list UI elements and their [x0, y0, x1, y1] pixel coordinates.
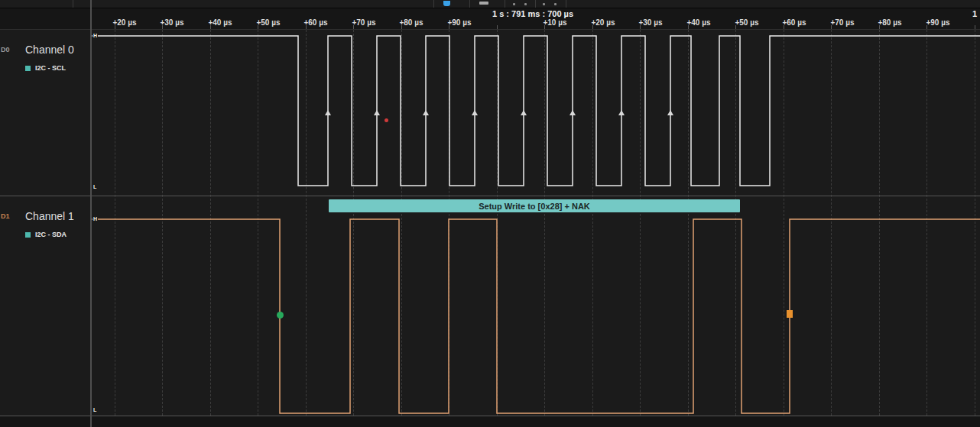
time-tick	[544, 25, 545, 29]
gridline	[926, 30, 927, 416]
gridline	[449, 30, 449, 416]
time-tick	[784, 25, 784, 29]
time-tick-label: +60 µs	[303, 18, 327, 27]
rising-edge-arrow-icon	[423, 110, 429, 115]
time-tick	[975, 25, 975, 29]
gridline	[497, 30, 498, 416]
time-tick-label: +70 µs	[352, 18, 375, 27]
i2c-stop-marker-icon	[787, 310, 793, 318]
channel0-analyzer[interactable]: I2C - SCL	[25, 64, 66, 72]
gridline	[306, 30, 307, 416]
time-tick	[926, 25, 927, 29]
timestamp-next-major-label: 1	[972, 9, 977, 18]
analyzer-label: I2C - SDA	[35, 231, 67, 238]
time-tick-label: +90 µs	[447, 18, 471, 27]
timestamp-major-label: 1 s : 791 ms : 700 µs	[492, 9, 573, 18]
time-ruler[interactable]: 1 s : 791 ms : 700 µs 1 +20 µs+30 µs+40 …	[0, 8, 980, 30]
time-tick-label: +40 µs	[208, 18, 232, 27]
play-icon[interactable]	[443, 1, 450, 6]
time-tick	[162, 25, 163, 29]
toolbar-divider	[433, 0, 434, 8]
toolbar-divider	[535, 0, 536, 8]
waveform-canvas[interactable]	[0, 0, 980, 427]
analyzer-color-swatch-icon	[25, 66, 31, 71]
gridline	[115, 30, 115, 416]
time-tick-label: +40 µs	[686, 18, 710, 27]
toolbar-divider	[505, 0, 505, 8]
channel1-name[interactable]: Channel 1	[25, 210, 74, 222]
analyzer-label: I2C - SCL	[35, 64, 66, 72]
rising-edge-arrow-icon	[521, 110, 527, 115]
gridline	[640, 30, 641, 416]
dots-icon[interactable]	[554, 3, 557, 5]
gridline	[975, 30, 975, 416]
channel-separator[interactable]	[0, 196, 980, 196]
time-tick-label: +50 µs	[256, 18, 280, 27]
gridline	[210, 30, 211, 416]
time-tick-label: +50 µs	[735, 18, 758, 27]
gridline	[688, 30, 689, 416]
channel1-low-marker: L	[92, 407, 97, 413]
i2c-start-marker-icon	[277, 312, 284, 319]
logic-analyzer-window: 1 s : 791 ms : 700 µs 1 +20 µs+30 µs+40 …	[0, 0, 980, 427]
time-tick-label: +20 µs	[112, 18, 136, 27]
toolbar-divider	[566, 0, 566, 8]
time-tick	[879, 25, 880, 29]
rising-edge-arrow-icon	[325, 110, 331, 115]
gridline	[784, 30, 784, 416]
channel0-id: D0	[1, 46, 10, 53]
rising-edge-arrow-icon	[570, 110, 576, 115]
gridline	[162, 30, 163, 416]
time-tick-label: +70 µs	[830, 18, 854, 27]
time-tick	[831, 25, 832, 29]
camera-icon[interactable]	[479, 2, 488, 5]
panel-divider[interactable]	[90, 0, 92, 427]
time-tick	[306, 25, 307, 29]
time-tick	[735, 25, 736, 29]
channel1-analyzer[interactable]: I2C - SDA	[25, 231, 67, 238]
gridline	[831, 30, 832, 416]
channel1-high-marker: H	[92, 216, 98, 222]
channel0-name[interactable]: Channel 0	[25, 44, 74, 56]
annotation-label: Setup Write to [0x28] + NAK	[479, 202, 590, 211]
time-tick	[592, 25, 593, 29]
time-tick-label: +20 µs	[591, 18, 615, 27]
channel1-id: D1	[1, 212, 10, 220]
time-tick-label: +30 µs	[160, 18, 183, 27]
time-tick	[449, 25, 449, 29]
time-tick-label: +80 µs	[878, 18, 901, 27]
time-tick	[401, 25, 402, 29]
time-tick-label: +60 µs	[782, 18, 806, 27]
channel0-high-marker: H	[92, 33, 98, 39]
time-tick	[688, 25, 689, 29]
error-dot-icon	[385, 118, 388, 122]
time-tick-label: +80 µs	[399, 18, 423, 27]
time-tick-label: +30 µs	[638, 18, 662, 27]
rising-edge-arrow-icon	[618, 110, 625, 115]
dots-icon[interactable]	[524, 3, 527, 5]
bottom-strip	[0, 416, 980, 427]
i2c-decode-annotation[interactable]: Setup Write to [0x28] + NAK	[329, 199, 740, 212]
rising-edge-arrow-icon	[667, 110, 673, 115]
dots-icon[interactable]	[513, 3, 515, 5]
sda-waveform	[92, 219, 980, 413]
gridline	[592, 30, 593, 416]
gridline	[258, 30, 258, 416]
toolbar-divider	[469, 0, 470, 8]
time-tick	[258, 25, 258, 29]
scl-waveform	[92, 36, 980, 186]
time-tick-label: +10 µs	[543, 18, 566, 27]
gridline	[879, 30, 880, 416]
rising-edge-arrow-icon	[374, 110, 380, 115]
time-tick	[497, 25, 498, 29]
gridline	[544, 30, 545, 416]
toolbar-divider	[73, 0, 73, 8]
time-tick-label: +90 µs	[926, 18, 949, 27]
gridline	[353, 30, 354, 416]
gridline	[401, 30, 402, 416]
channel0-low-marker: L	[92, 184, 97, 190]
dots-icon[interactable]	[543, 3, 545, 5]
time-tick	[115, 25, 115, 29]
toolbar	[0, 0, 980, 8]
time-tick	[640, 25, 641, 29]
